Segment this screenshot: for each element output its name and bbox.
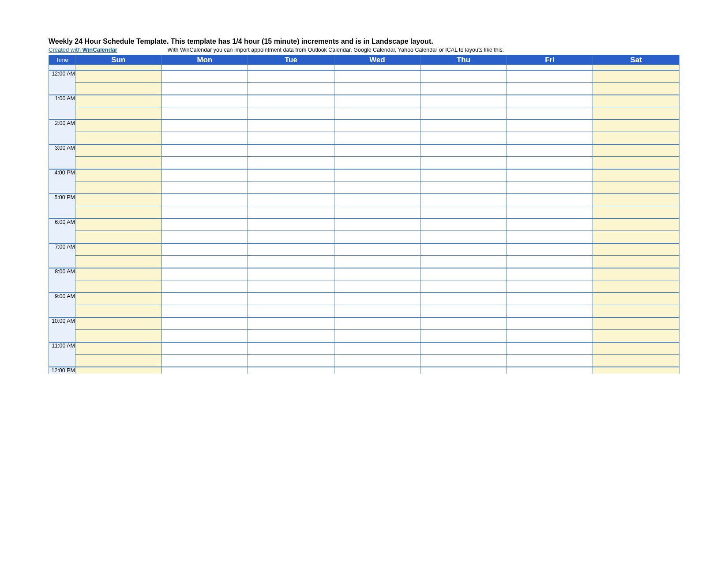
schedule-cell[interactable] bbox=[75, 268, 162, 280]
schedule-cell[interactable] bbox=[593, 355, 679, 367]
schedule-cell[interactable] bbox=[593, 181, 679, 194]
schedule-cell[interactable] bbox=[334, 120, 420, 132]
schedule-cell[interactable] bbox=[248, 181, 334, 194]
schedule-cell[interactable] bbox=[507, 107, 593, 120]
schedule-cell[interactable] bbox=[420, 120, 507, 132]
schedule-cell[interactable] bbox=[593, 206, 679, 219]
schedule-cell[interactable] bbox=[161, 181, 248, 194]
schedule-cell[interactable] bbox=[507, 83, 593, 95]
wincalendar-link[interactable]: WinCalendar bbox=[83, 46, 117, 53]
schedule-cell[interactable] bbox=[420, 194, 507, 206]
schedule-cell[interactable] bbox=[507, 194, 593, 206]
schedule-cell[interactable] bbox=[161, 194, 248, 206]
schedule-cell[interactable] bbox=[334, 206, 420, 219]
schedule-cell[interactable] bbox=[507, 355, 593, 367]
schedule-cell[interactable] bbox=[507, 305, 593, 317]
schedule-cell[interactable] bbox=[334, 169, 420, 181]
schedule-cell[interactable] bbox=[507, 256, 593, 268]
created-with-link[interactable]: Created with bbox=[49, 46, 83, 53]
schedule-cell[interactable] bbox=[593, 95, 679, 107]
schedule-cell[interactable] bbox=[334, 256, 420, 268]
schedule-cell[interactable] bbox=[334, 181, 420, 194]
schedule-cell[interactable] bbox=[161, 256, 248, 268]
schedule-cell[interactable] bbox=[334, 219, 420, 231]
schedule-cell[interactable] bbox=[334, 243, 420, 256]
schedule-cell[interactable] bbox=[334, 342, 420, 355]
schedule-cell[interactable] bbox=[161, 355, 248, 367]
schedule-cell[interactable] bbox=[507, 157, 593, 169]
schedule-cell[interactable] bbox=[593, 231, 679, 243]
schedule-cell[interactable] bbox=[334, 157, 420, 169]
schedule-cell[interactable] bbox=[593, 293, 679, 305]
schedule-cell[interactable] bbox=[593, 243, 679, 256]
schedule-cell[interactable] bbox=[507, 268, 593, 280]
schedule-cell[interactable] bbox=[248, 243, 334, 256]
schedule-cell[interactable] bbox=[161, 317, 248, 330]
schedule-cell[interactable] bbox=[593, 305, 679, 317]
schedule-cell[interactable] bbox=[75, 132, 162, 144]
schedule-cell[interactable] bbox=[248, 305, 334, 317]
schedule-cell[interactable] bbox=[75, 107, 162, 120]
schedule-cell[interactable] bbox=[334, 231, 420, 243]
schedule-cell[interactable] bbox=[420, 231, 507, 243]
schedule-cell[interactable] bbox=[75, 317, 162, 330]
schedule-cell[interactable] bbox=[507, 330, 593, 342]
schedule-cell[interactable] bbox=[248, 219, 334, 231]
schedule-cell[interactable] bbox=[593, 330, 679, 342]
schedule-cell[interactable] bbox=[161, 132, 248, 144]
schedule-cell[interactable] bbox=[593, 317, 679, 330]
schedule-cell[interactable] bbox=[507, 95, 593, 107]
schedule-cell[interactable] bbox=[593, 342, 679, 355]
schedule-cell[interactable] bbox=[593, 157, 679, 169]
schedule-cell[interactable] bbox=[75, 120, 162, 132]
schedule-cell[interactable] bbox=[420, 107, 507, 120]
schedule-cell[interactable] bbox=[334, 107, 420, 120]
schedule-cell[interactable] bbox=[161, 70, 248, 83]
schedule-cell[interactable] bbox=[420, 83, 507, 95]
schedule-cell[interactable] bbox=[334, 367, 420, 374]
schedule-cell[interactable] bbox=[507, 70, 593, 83]
schedule-cell[interactable] bbox=[420, 342, 507, 355]
schedule-cell[interactable] bbox=[420, 268, 507, 280]
schedule-cell[interactable] bbox=[75, 342, 162, 355]
schedule-cell[interactable] bbox=[75, 83, 162, 95]
schedule-cell[interactable] bbox=[248, 330, 334, 342]
schedule-cell[interactable] bbox=[248, 132, 334, 144]
schedule-cell[interactable] bbox=[248, 280, 334, 293]
schedule-cell[interactable] bbox=[507, 120, 593, 132]
schedule-cell[interactable] bbox=[75, 144, 162, 157]
schedule-cell[interactable] bbox=[420, 280, 507, 293]
schedule-cell[interactable] bbox=[248, 83, 334, 95]
schedule-cell[interactable] bbox=[75, 330, 162, 342]
schedule-cell[interactable] bbox=[507, 243, 593, 256]
schedule-cell[interactable] bbox=[420, 70, 507, 83]
schedule-cell[interactable] bbox=[75, 206, 162, 219]
schedule-cell[interactable] bbox=[161, 293, 248, 305]
schedule-cell[interactable] bbox=[75, 181, 162, 194]
schedule-cell[interactable] bbox=[507, 206, 593, 219]
schedule-cell[interactable] bbox=[161, 144, 248, 157]
schedule-cell[interactable] bbox=[161, 330, 248, 342]
schedule-cell[interactable] bbox=[75, 169, 162, 181]
schedule-cell[interactable] bbox=[334, 95, 420, 107]
schedule-cell[interactable] bbox=[507, 181, 593, 194]
schedule-cell[interactable] bbox=[334, 70, 420, 83]
schedule-cell[interactable] bbox=[75, 293, 162, 305]
schedule-cell[interactable] bbox=[507, 132, 593, 144]
schedule-cell[interactable] bbox=[334, 305, 420, 317]
schedule-cell[interactable] bbox=[420, 317, 507, 330]
schedule-cell[interactable] bbox=[161, 107, 248, 120]
schedule-cell[interactable] bbox=[248, 268, 334, 280]
schedule-cell[interactable] bbox=[420, 144, 507, 157]
schedule-cell[interactable] bbox=[593, 70, 679, 83]
schedule-cell[interactable] bbox=[507, 317, 593, 330]
schedule-cell[interactable] bbox=[75, 355, 162, 367]
schedule-cell[interactable] bbox=[420, 132, 507, 144]
schedule-cell[interactable] bbox=[420, 95, 507, 107]
schedule-cell[interactable] bbox=[248, 293, 334, 305]
schedule-cell[interactable] bbox=[75, 280, 162, 293]
schedule-cell[interactable] bbox=[593, 194, 679, 206]
schedule-cell[interactable] bbox=[507, 144, 593, 157]
schedule-cell[interactable] bbox=[420, 293, 507, 305]
schedule-cell[interactable] bbox=[593, 83, 679, 95]
